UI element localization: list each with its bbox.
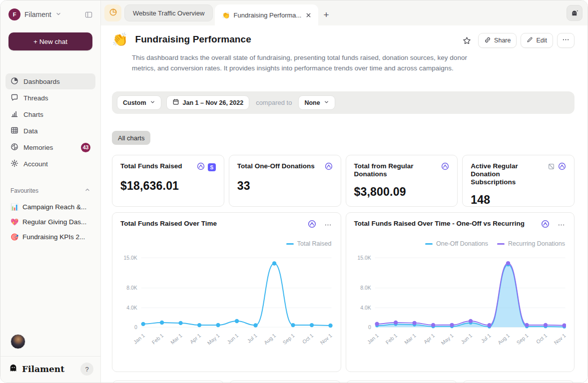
svg-text:Apr 1: Apr 1 xyxy=(423,333,436,345)
page-title: Fundraising Performance xyxy=(135,34,251,45)
kpi-card-total-funds-raised[interactable]: Total Funds Raised S $18,636.01 xyxy=(112,155,224,207)
svg-text:Feb 1: Feb 1 xyxy=(384,333,398,346)
legend-label: Recurring Donations xyxy=(508,240,565,247)
favourite-label: Regular Giving Das... xyxy=(22,218,86,226)
kpi-card-total-one-off-donations[interactable]: Total One-Off Donations 33 xyxy=(229,155,341,207)
favourite-star-icon[interactable] xyxy=(461,34,473,47)
assistant-ghost-button[interactable] xyxy=(567,5,583,21)
legend-label: One-Off Donations xyxy=(436,240,488,247)
chat-bubble-icon xyxy=(10,93,18,103)
svg-text:0: 0 xyxy=(134,325,137,330)
chart-source-icon xyxy=(308,220,316,230)
card-total-ticket-sales[interactable]: Total from Ticket Sales xyxy=(112,381,224,383)
card-avg-donation-size[interactable]: Avg Donation Size (All xyxy=(462,381,575,383)
sidebar-item-dashboards[interactable]: Dashboards xyxy=(5,73,95,89)
tab-bar: Website Traffic Overview 👏 Fundraising P… xyxy=(101,0,588,25)
source-off-icon xyxy=(548,163,555,172)
close-tab-icon[interactable] xyxy=(305,11,312,19)
collapse-sidebar-button[interactable] xyxy=(84,10,93,19)
chart-menu-button[interactable] xyxy=(323,221,333,229)
dashboard-header: 👏 Fundraising Performance Share Edit xyxy=(112,33,575,48)
date-filter-bar: Custom Jan 1 – Nov 26, 2022 compared to … xyxy=(112,91,575,114)
svg-text:May 1: May 1 xyxy=(206,333,221,346)
workspace-switcher[interactable]: F Filament xyxy=(0,0,100,23)
tab-website-traffic-overview[interactable]: Website Traffic Overview xyxy=(124,4,213,21)
line-chart-svg: 04.0K8.0K15.0KJan 1Feb 1Mar 1Apr 1May 1J… xyxy=(354,249,567,365)
chart-title: Total Funds Raised Over Time - One-Off v… xyxy=(354,220,538,228)
svg-text:Jan 1: Jan 1 xyxy=(366,333,380,345)
app-window: F Filament + New chat Dashboards Threads xyxy=(0,0,588,383)
sidebar-item-threads[interactable]: Threads xyxy=(5,90,95,106)
svg-text:Nov 1: Nov 1 xyxy=(319,333,333,346)
chart-source-icon xyxy=(541,220,550,230)
heart-emoji-icon: 💖 xyxy=(10,218,18,226)
ghost-logo-icon xyxy=(8,364,18,375)
favourites-header[interactable]: Favourites xyxy=(10,187,90,194)
chart-source-icon xyxy=(558,162,566,172)
kpi-card-active-subscriptions[interactable]: Active Regular Donation Subscriptions 14… xyxy=(462,155,575,207)
comparison-dropdown[interactable]: None xyxy=(298,95,335,110)
legend-item[interactable]: One-Off Donations xyxy=(425,240,488,247)
comparison-value: None xyxy=(304,99,320,106)
sidebar-item-label: Dashboards xyxy=(23,78,90,85)
bar-chart-icon xyxy=(10,110,18,119)
svg-text:Sep 1: Sep 1 xyxy=(282,333,296,346)
workspace-logo: F xyxy=(8,8,20,20)
sidebar-item-charts[interactable]: Charts xyxy=(5,106,95,122)
card-number-of-tickets-sold[interactable]: Number of Tickets Sold xyxy=(346,381,458,383)
legend-item[interactable]: Total Raised xyxy=(286,240,332,247)
sidebar-item-label: Threads xyxy=(23,94,90,102)
svg-text:4.0K: 4.0K xyxy=(126,305,137,311)
main-area: Website Traffic Overview 👏 Fundraising P… xyxy=(101,0,588,383)
svg-text:8.0K: 8.0K xyxy=(360,285,371,291)
sidebar-item-label: Memories xyxy=(23,144,76,151)
help-button[interactable]: ? xyxy=(80,363,93,376)
sidebar-nav: Dashboards Threads Charts Data Memories … xyxy=(5,73,95,172)
all-charts-chip[interactable]: All charts xyxy=(112,131,150,145)
line-chart-total-raised: 04.0K8.0K15.0KJan 1Feb 1Mar 1Apr 1May 1J… xyxy=(120,249,333,365)
chart-card-one-off-vs-recurring: Total Funds Raised Over Time - One-Off v… xyxy=(346,212,575,372)
legend-dash xyxy=(286,243,294,245)
sidebar-item-data[interactable]: Data xyxy=(5,123,95,139)
legend-dash xyxy=(497,243,505,245)
svg-text:Oct 1: Oct 1 xyxy=(301,333,314,345)
edit-button[interactable]: Edit xyxy=(521,33,553,48)
new-chat-button[interactable]: + New chat xyxy=(8,32,92,50)
chart-menu-button[interactable] xyxy=(557,221,566,229)
chevron-up-icon xyxy=(84,187,90,194)
user-avatar[interactable] xyxy=(10,334,25,349)
legend-item[interactable]: Recurring Donations xyxy=(497,240,565,247)
dashboards-home-button[interactable] xyxy=(104,4,121,21)
bottom-cards-row: Total from Ticket Sales Donation Form Co… xyxy=(112,381,575,383)
more-options-button[interactable] xyxy=(557,33,575,48)
date-range-picker[interactable]: Jan 1 – Nov 26, 2022 xyxy=(166,95,250,110)
svg-text:Aug 1: Aug 1 xyxy=(263,333,277,346)
sidebar-item-label: Charts xyxy=(23,111,90,118)
svg-text:Sep 1: Sep 1 xyxy=(515,333,529,346)
sidebar-footer: Filament ? xyxy=(0,357,100,383)
svg-text:0: 0 xyxy=(368,325,371,330)
ellipsis-icon xyxy=(562,36,570,44)
compared-to-label: compared to xyxy=(254,99,293,106)
card-donation-form-conversion[interactable]: Donation Form Conversion xyxy=(229,381,341,383)
clap-emoji-icon: 👏 xyxy=(112,33,128,46)
favourite-item[interactable]: 🎯 Fundraising KPIs 2... xyxy=(5,229,95,244)
svg-text:Jan 1: Jan 1 xyxy=(132,333,146,345)
svg-text:Aug 1: Aug 1 xyxy=(497,333,511,346)
new-tab-button[interactable]: + xyxy=(323,10,329,19)
kpi-card-total-regular-donations[interactable]: Total from Regular Donations $3,800.09 xyxy=(346,155,458,207)
chevron-down-icon xyxy=(55,10,61,19)
favourite-label: Campaign Reach &... xyxy=(22,203,86,211)
svg-text:Feb 1: Feb 1 xyxy=(151,333,165,346)
favourite-item[interactable]: 💖 Regular Giving Das... xyxy=(5,214,95,229)
sidebar-item-account[interactable]: Account xyxy=(5,156,95,172)
sidebar-item-memories[interactable]: Memories 43 xyxy=(5,139,95,155)
range-preset-dropdown[interactable]: Custom xyxy=(117,95,161,110)
legend-label: Total Raised xyxy=(297,240,332,247)
tab-fundraising-performance[interactable]: 👏 Fundraising Performa... xyxy=(215,4,318,25)
favourite-item[interactable]: 📊 Campaign Reach &... xyxy=(5,199,95,214)
sidebar-item-label: Data xyxy=(23,127,90,135)
svg-text:May 1: May 1 xyxy=(440,333,455,346)
line-chart-svg: 04.0K8.0K15.0KJan 1Feb 1Mar 1Apr 1May 1J… xyxy=(120,249,333,365)
share-button[interactable]: Share xyxy=(478,33,517,48)
